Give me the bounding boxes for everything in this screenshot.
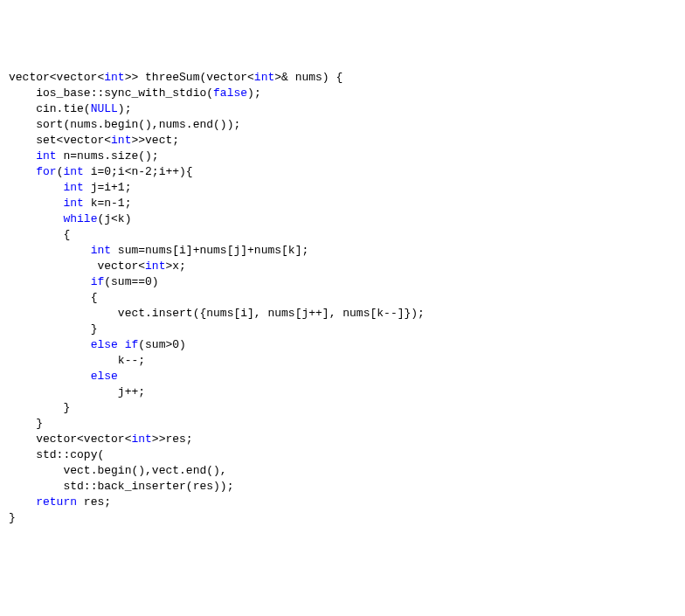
code-token: i=0;i<n-2;i++){: [84, 165, 193, 178]
code-line: sort(nums.begin(),nums.end());: [9, 117, 676, 133]
code-line: set<vector<int>>vect;: [9, 133, 676, 149]
code-line: for(int i=0;i<n-2;i++){: [9, 164, 676, 180]
code-token: sort(nums.begin(),nums.end());: [36, 118, 240, 131]
code-token: {: [91, 291, 98, 304]
code-token: ios_base::sync_with_stdio(: [36, 87, 213, 100]
code-token: std::back_inserter(res));: [63, 480, 233, 493]
code-token: int: [63, 197, 83, 210]
code-line: vect.insert({nums[i], nums[j++], nums[k-…: [9, 306, 676, 322]
code-token: }: [9, 511, 16, 524]
code-token: cin.tie(: [36, 102, 90, 115]
code-token: if: [125, 338, 139, 351]
code-token: int: [111, 134, 131, 147]
code-line: cin.tie(NULL);: [9, 101, 676, 117]
code-token: {: [63, 228, 70, 241]
code-token: >>vect;: [131, 134, 179, 147]
code-line: vect.begin(),vect.end(),: [9, 463, 676, 479]
code-line: }: [9, 322, 676, 337]
code-token: vector<vector<: [36, 433, 131, 446]
code-token: (sum>0): [138, 338, 186, 351]
code-token: );: [247, 87, 261, 100]
code-token: int: [91, 244, 111, 257]
code-line: }: [9, 510, 676, 526]
code-token: int: [254, 71, 274, 84]
code-token: sum=nums[i]+nums[j]+nums[k];: [111, 244, 308, 257]
code-line: }: [9, 416, 676, 432]
code-token: int: [63, 181, 83, 194]
code-token: NULL: [91, 102, 118, 115]
code-token: int: [131, 433, 151, 446]
code-block: vector<vector<int>> threeSum(vector<int>…: [9, 70, 676, 526]
code-token: while: [63, 212, 97, 225]
code-line: int n=nums.size();: [9, 149, 676, 164]
code-line: else if(sum>0): [9, 337, 676, 353]
code-line: int k=n-1;: [9, 196, 676, 211]
code-token: int: [36, 149, 56, 163]
code-token: int: [145, 260, 165, 273]
code-token: vect.begin(),vect.end(),: [63, 464, 226, 477]
code-token: }: [91, 322, 98, 336]
code-token: std::copy(: [36, 448, 104, 461]
code-line: if(sum==0): [9, 274, 676, 290]
code-line: }: [9, 400, 676, 416]
code-token: );: [118, 102, 132, 115]
code-line: std::back_inserter(res));: [9, 479, 676, 495]
code-token: false: [213, 87, 247, 100]
code-token: vector<vector<: [9, 71, 104, 84]
code-token: >> threeSum(vector<: [125, 71, 254, 84]
code-token: else: [91, 370, 118, 383]
code-token: >x;: [165, 260, 185, 273]
code-token: j=i+1;: [84, 181, 132, 194]
code-line: std::copy(: [9, 447, 676, 463]
code-token: k=n-1;: [84, 197, 132, 210]
code-token: return: [36, 495, 77, 509]
code-line: {: [9, 227, 676, 243]
code-token: }: [63, 401, 70, 414]
code-token: set<vector<: [36, 134, 111, 147]
code-token: [118, 338, 125, 351]
code-line: {: [9, 290, 676, 306]
code-token: k--;: [118, 354, 145, 367]
code-line: int j=i+1;: [9, 180, 676, 196]
code-token: for: [36, 165, 56, 178]
code-token: j++;: [118, 385, 145, 398]
code-line: else: [9, 369, 676, 384]
code-token: int: [104, 71, 124, 84]
code-line: vector<vector<int>>res;: [9, 432, 676, 447]
code-line: k--;: [9, 353, 676, 369]
code-token: >& nums) {: [274, 71, 342, 84]
code-line: vector<vector<int>> threeSum(vector<int>…: [9, 70, 676, 86]
code-token: }: [36, 417, 43, 430]
code-token: n=nums.size();: [57, 149, 159, 163]
code-token: vect.insert({nums[i], nums[j++], nums[k-…: [118, 307, 425, 320]
code-token: if: [91, 275, 105, 288]
code-line: vector<int>x;: [9, 259, 676, 274]
code-line: while(j<k): [9, 211, 676, 227]
code-token: >>res;: [152, 433, 193, 446]
code-token: (sum==0): [104, 275, 158, 288]
code-token: res;: [77, 495, 111, 509]
code-token: (j<k): [97, 212, 131, 225]
code-line: return res;: [9, 495, 676, 510]
code-token: else: [91, 338, 118, 351]
code-line: ios_base::sync_with_stdio(false);: [9, 86, 676, 101]
code-line: j++;: [9, 384, 676, 400]
code-token: vector<: [91, 260, 145, 273]
code-line: int sum=nums[i]+nums[j]+nums[k];: [9, 243, 676, 259]
code-token: int: [63, 165, 83, 178]
